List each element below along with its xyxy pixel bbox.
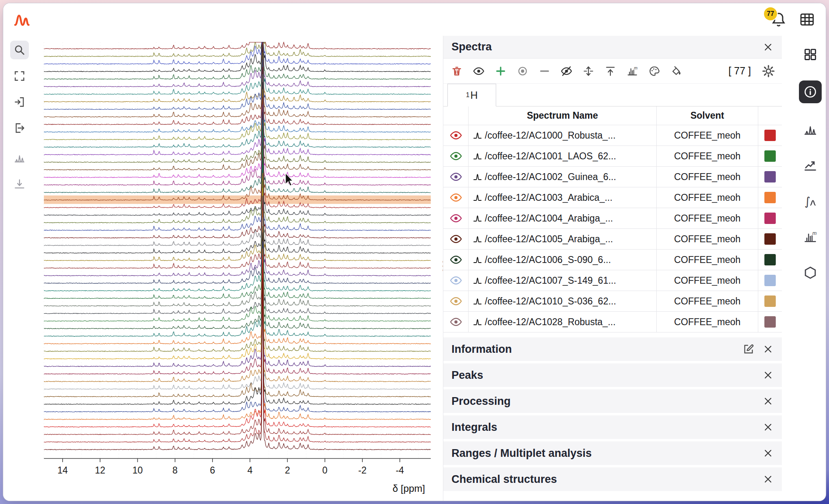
accordion-ranges[interactable]: Ranges / Multiplet analysis [443,441,782,465]
multiplet-analysis-icon[interactable] [801,228,820,246]
spectrum-name: /coffee-12/AC1006_S-090_6... [485,254,611,265]
apodization-tool[interactable] [10,175,29,193]
edit-icon[interactable] [743,343,756,356]
close-icon[interactable] [763,421,775,433]
add-spectra-button[interactable] [494,64,508,78]
accordion-peaks[interactable]: Peaks [443,363,782,387]
visibility-eye-icon[interactable] [450,274,462,287]
color-swatch[interactable] [764,233,776,245]
spectra-panel: Spectra [ 77 ] 1H Spectrum Name [443,36,782,501]
color-swatch[interactable] [764,254,776,265]
full-zoom-out-tool[interactable] [10,67,29,85]
color-swatch[interactable] [764,192,776,203]
visibility-eye-icon[interactable] [450,316,462,328]
accordion-integrals[interactable]: Integrals [443,415,782,439]
align-top-button[interactable] [603,64,617,78]
spectrum-name: /coffee-12/AC1001_LAOS_62... [485,151,616,162]
spectrum-type-icon [473,255,482,265]
visibility-eye-icon[interactable] [450,129,462,141]
color-swatch[interactable] [764,213,776,224]
accordion-title: Peaks [451,369,763,382]
close-icon[interactable] [763,473,775,485]
close-icon[interactable] [763,447,775,459]
delete-spectra-button[interactable] [450,64,464,78]
svg-text:12: 12 [95,465,106,476]
spectrum-type-icon [473,172,482,182]
accordion-title: Information [451,343,743,356]
processing-panel-icon[interactable] [801,156,820,175]
visibility-eye-icon[interactable] [450,212,462,224]
nmrium-logo[interactable] [13,11,30,28]
center-spectra-button[interactable] [582,64,595,78]
export-button[interactable] [10,119,29,137]
peak-picking-tool[interactable] [10,149,29,167]
table-row[interactable]: /coffee-12/AC1028_Robusta_... COFFEE_meo… [443,312,782,332]
spectrum-type-icon [473,130,482,140]
table-row[interactable]: /coffee-12/AC1001_LAOS_62... COFFEE_meoh [443,146,782,167]
table-row[interactable]: /coffee-12/AC1000_Robusta_... COFFEE_meo… [443,125,782,146]
hide-all-eye-off-button[interactable] [560,64,573,78]
table-row[interactable]: /coffee-12/AC1002_Guinea_6... COFFEE_meo… [443,167,782,187]
close-icon[interactable] [763,395,775,407]
color-swatch[interactable] [764,130,776,141]
settings-gear-icon[interactable] [762,64,775,78]
visibility-eye-icon[interactable] [450,233,462,245]
spectra-chart-area[interactable]: 14121086420-2-4 δ [ppm] [36,36,439,495]
color-swatch[interactable] [764,295,776,307]
tab-1h[interactable]: 1H [447,84,496,106]
zoom-tool[interactable] [10,41,29,59]
svg-text:2: 2 [285,465,290,476]
color-swatch[interactable] [764,275,776,286]
import-button[interactable] [10,93,29,111]
color-swatch[interactable] [764,150,776,162]
table-row[interactable]: /coffee-12/AC1007_S-149_61... COFFEE_meo… [443,270,782,291]
spectrum-type-icon [473,213,482,223]
active-spectrum-button[interactable] [516,64,530,78]
accordion-title: Chemical structures [451,473,763,486]
spectrum-name: /coffee-12/AC1002_Guinea_6... [485,172,616,182]
chemical-structure-icon[interactable] [801,263,820,282]
spectrum-solvent: COFFEE_meoh [657,125,758,146]
fill-color-button[interactable] [669,64,683,78]
spectrum-solvent: COFFEE_meoh [657,250,758,270]
table-row[interactable]: /coffee-12/AC1010_S-036_62... COFFEE_meo… [443,291,782,312]
show-all-eye-button[interactable] [472,64,486,78]
spectra-list-icon[interactable] [801,45,820,63]
close-icon[interactable] [763,369,775,381]
integrals-panel-icon[interactable] [801,192,820,211]
feedback-bell-icon[interactable]: 77 [770,11,787,28]
table-row[interactable]: /coffee-12/AC1004_Arabiga_... COFFEE_meo… [443,208,782,229]
spectrum-solvent: COFFEE_meoh [657,146,758,166]
table-row[interactable]: /coffee-12/AC1005_Arabiga_... COFFEE_meo… [443,229,782,250]
spectrum-solvent: COFFEE_meoh [657,187,758,208]
spectra-count-label: [ 77 ] [728,65,751,77]
close-icon[interactable] [763,343,775,355]
workspace-grid-icon[interactable] [799,11,815,28]
svg-text:-4: -4 [396,465,404,476]
close-icon[interactable] [763,41,775,53]
remove-selection-button[interactable] [538,64,551,78]
accordion-processing[interactable]: Processing [443,389,782,413]
visibility-eye-icon[interactable] [450,295,462,307]
spectrum-solvent: COFFEE_meoh [657,312,758,332]
table-row[interactable]: /coffee-12/AC1006_S-090_6... COFFEE_meoh [443,250,782,270]
spectrum-name: /coffee-12/AC1003_Arabica_... [485,192,612,203]
spectrum-type-icon [473,151,482,161]
peaks-panel-icon[interactable] [801,120,820,139]
panel-accordions: Information Peaks Processing Integrals R… [443,337,782,491]
palette-button[interactable] [647,64,661,78]
color-swatch[interactable] [764,316,776,328]
visibility-eye-icon[interactable] [450,191,462,204]
visibility-eye-icon[interactable] [450,171,462,183]
column-spectrum-name: Spectrum Name [469,106,657,125]
accordion-chemical-structures[interactable]: Chemical structures [443,467,782,491]
multiplet-button[interactable] [625,64,639,78]
app-window: 77 14121086420-2-4 δ [ppm] ⋮ Spectra [3,3,826,501]
table-row[interactable]: /coffee-12/AC1003_Arabica_... COFFEE_meo… [443,187,782,208]
nmr-chart-svg[interactable]: 14121086420-2-4 [38,40,436,479]
visibility-eye-icon[interactable] [450,150,462,162]
visibility-eye-icon[interactable] [450,254,462,266]
color-swatch[interactable] [764,171,776,182]
information-icon[interactable] [799,80,822,103]
accordion-information[interactable]: Information [443,337,782,361]
